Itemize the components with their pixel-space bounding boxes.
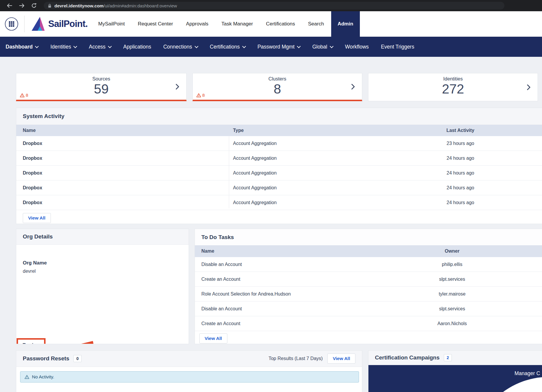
password-resets-view-all-button[interactable]: View All	[327, 354, 355, 364]
stat-card-title: Sources	[16, 76, 186, 82]
subnav-event-triggers-label: Event Triggers	[381, 44, 414, 50]
browser-forward-button[interactable]	[19, 3, 25, 8]
column-header-name: Name	[201, 249, 214, 254]
subnav-connections-label: Connections	[163, 44, 192, 50]
activity-name: Dropbox	[23, 170, 42, 176]
sailpoint-sail-icon	[30, 17, 46, 31]
column-header-owner: Owner	[402, 249, 502, 254]
table-row[interactable]: Create an Account Aaron.Nichols	[195, 316, 542, 331]
task-owner: philip.ellis	[402, 262, 502, 267]
task-name: Create an Account	[201, 321, 240, 326]
subnav-applications[interactable]: Applications	[123, 44, 151, 50]
todo-tasks-footer: View All	[195, 331, 542, 344]
top-nav-item-mysailpoint[interactable]: MySailPoint	[98, 21, 125, 27]
subnav-global-label: Global	[312, 44, 327, 50]
certification-campaigns-title: Certification Campaigns	[375, 354, 440, 361]
activity-last: 24 hours ago	[413, 156, 508, 161]
activity-last: 23 hours ago	[413, 141, 508, 146]
todo-tasks-view-all-button[interactable]: View All	[199, 333, 227, 343]
org-details-title: Org Details	[16, 229, 189, 245]
subnav-global[interactable]: Global	[312, 44, 333, 50]
task-name: Disable an Account	[201, 306, 242, 312]
stat-card-value: 8	[193, 82, 362, 96]
org-name-label: Org Name	[23, 260, 189, 266]
chevron-right-icon	[351, 84, 355, 90]
certification-campaigns-panel: Certification Campaigns 2 Manager C	[368, 350, 542, 392]
campaign-chart-circle	[472, 377, 542, 392]
table-row[interactable]: Dropbox Account Aggregation 24 hours ago	[16, 166, 542, 180]
no-activity-text: No Activity.	[32, 374, 54, 380]
table-row[interactable]: Create an Account slpt.services	[195, 272, 542, 287]
system-activity-panel: System Activity Name Type Last Activity …	[16, 108, 542, 224]
stat-card-title: Identities	[368, 76, 538, 82]
subnav-access-label: Access	[89, 44, 105, 50]
subnav-certifications[interactable]: Certifications	[210, 44, 245, 50]
certification-campaigns-body: Manager C	[368, 365, 542, 392]
chevron-down-icon	[35, 44, 39, 48]
top-nav-item-approvals[interactable]: Approvals	[186, 21, 208, 27]
top-nav-item-request-center[interactable]: Request Center	[138, 21, 173, 27]
top-nav-item-admin-active[interactable]: Admin	[331, 11, 360, 37]
table-row[interactable]: Disable an Account philip.ellis	[195, 257, 542, 272]
app-launcher-icon[interactable]	[5, 17, 18, 31]
top-nav-items: MySailPoint Request Center Approvals Tas…	[98, 21, 324, 27]
subnav-workflows[interactable]: Workflows	[345, 44, 369, 50]
region-label: Region	[22, 342, 44, 344]
top-nav-item-certifications[interactable]: Certifications	[266, 21, 295, 27]
org-name-value: devrel	[23, 269, 189, 274]
subnav-workflows-label: Workflows	[345, 44, 369, 50]
top-nav-item-task-manager[interactable]: Task Manager	[221, 21, 253, 27]
stat-card-sources[interactable]: Sources 59 8	[16, 73, 187, 101]
system-activity-table-header: Name Type Last Activity	[16, 125, 542, 136]
browser-reload-button[interactable]	[31, 3, 37, 8]
subnav-identities[interactable]: Identities	[50, 44, 77, 50]
region-highlight-box: Region us-east-1	[17, 338, 46, 344]
subnav-access[interactable]: Access	[89, 44, 111, 50]
top-nav-item-search[interactable]: Search	[308, 21, 324, 27]
subnav-password-mgmt[interactable]: Password Mgmt	[258, 44, 300, 50]
password-resets-count-badge: 0	[73, 355, 82, 362]
chevron-right-icon	[527, 84, 530, 90]
warning-count: 8	[202, 93, 205, 98]
table-row[interactable]: Dropbox Account Aggregation 24 hours ago	[16, 195, 542, 210]
subnav-connections[interactable]: Connections	[163, 44, 198, 50]
table-row[interactable]: Dropbox Account Aggregation 23 hours ago	[16, 136, 542, 151]
url-text: devrel.identitynow.com/ui/admin#admin:da…	[54, 3, 177, 8]
task-owner: tyler.mairose	[402, 291, 502, 297]
sailpoint-logo[interactable]: SailPoint.	[30, 17, 88, 31]
chevron-down-icon	[195, 44, 198, 48]
stat-card-clusters[interactable]: Clusters 8 8	[192, 73, 362, 101]
password-resets-header: Password Resets 0 Top Results (Last 7 Da…	[16, 351, 362, 367]
subnav-applications-label: Applications	[123, 44, 151, 50]
column-header-last-activity: Last Activity	[413, 128, 508, 133]
column-header-name: Name	[23, 128, 36, 133]
admin-sub-nav: Dashboard Identities Access Applications…	[0, 37, 542, 57]
table-row[interactable]: Role Account Selection for Andrea.Hudson…	[195, 287, 542, 301]
system-activity-view-all-button[interactable]: View All	[23, 213, 51, 223]
url-path: /ui/admin#admin:dashboard:overview	[103, 3, 177, 8]
stat-card-identities[interactable]: Identities 272	[368, 73, 538, 101]
password-resets-panel: Password Resets 0 Top Results (Last 7 Da…	[16, 350, 362, 392]
todo-tasks-table-header: Name Owner	[195, 245, 542, 257]
password-resets-title: Password Resets	[23, 355, 69, 362]
org-details-panel: Org Details Org Name devrel Region us-ea…	[16, 229, 189, 344]
table-row[interactable]: Dropbox Account Aggregation 24 hours ago	[16, 151, 542, 166]
todo-tasks-title: To Do Tasks	[195, 229, 542, 245]
activity-type: Account Aggregation	[233, 156, 277, 161]
activity-name: Dropbox	[23, 156, 42, 161]
stat-card-value: 272	[368, 82, 538, 96]
activity-type: Account Aggregation	[233, 141, 277, 146]
task-name: Role Account Selection for Andrea.Hudson	[201, 291, 291, 297]
table-row[interactable]: Disable an Account slpt.services	[195, 301, 542, 316]
address-bar[interactable]: devrel.identitynow.com/ui/admin#admin:da…	[44, 2, 504, 9]
top-results-label: Top Results (Last 7 Days)	[268, 356, 323, 361]
subnav-dashboard[interactable]: Dashboard	[6, 44, 38, 50]
activity-last: 24 hours ago	[413, 170, 508, 176]
task-name: Create an Account	[201, 277, 240, 282]
chevron-down-icon	[330, 44, 334, 48]
table-row[interactable]: Dropbox Account Aggregation 24 hours ago	[16, 180, 542, 195]
warning-triangle-icon	[20, 93, 25, 97]
top-nav: SailPoint. MySailPoint Request Center Ap…	[0, 11, 542, 37]
browser-back-button[interactable]	[7, 3, 12, 8]
subnav-event-triggers[interactable]: Event Triggers	[381, 44, 414, 50]
